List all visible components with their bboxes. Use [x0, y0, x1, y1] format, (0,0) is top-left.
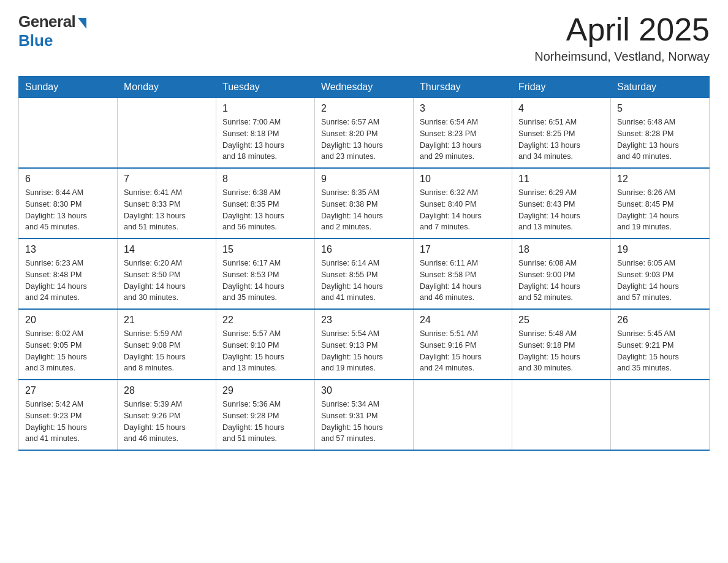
- calendar-header-row: SundayMondayTuesdayWednesdayThursdayFrid…: [19, 77, 710, 98]
- day-number: 30: [321, 385, 407, 396]
- calendar-week-row: 27Sunrise: 5:42 AM Sunset: 9:23 PM Dayli…: [19, 380, 710, 450]
- calendar-header-friday: Friday: [512, 77, 611, 98]
- calendar-cell: 27Sunrise: 5:42 AM Sunset: 9:23 PM Dayli…: [19, 380, 118, 450]
- day-number: 4: [518, 103, 604, 114]
- day-info: Sunrise: 5:59 AM Sunset: 9:08 PM Dayligh…: [124, 328, 210, 374]
- day-info: Sunrise: 6:29 AM Sunset: 8:43 PM Dayligh…: [518, 187, 604, 233]
- day-info: Sunrise: 6:11 AM Sunset: 8:58 PM Dayligh…: [420, 258, 506, 304]
- logo-arrow-icon: [78, 18, 86, 29]
- day-info: Sunrise: 6:32 AM Sunset: 8:40 PM Dayligh…: [420, 187, 506, 233]
- day-number: 7: [124, 174, 210, 185]
- calendar-cell: 23Sunrise: 5:54 AM Sunset: 9:13 PM Dayli…: [315, 309, 414, 380]
- calendar-cell: 15Sunrise: 6:17 AM Sunset: 8:53 PM Dayli…: [216, 239, 315, 309]
- calendar-cell: 9Sunrise: 6:35 AM Sunset: 8:38 PM Daylig…: [315, 168, 414, 239]
- logo-general-text: General: [18, 12, 75, 31]
- calendar-cell: 20Sunrise: 6:02 AM Sunset: 9:05 PM Dayli…: [19, 309, 118, 380]
- calendar-week-row: 20Sunrise: 6:02 AM Sunset: 9:05 PM Dayli…: [19, 309, 710, 380]
- calendar-cell: 24Sunrise: 5:51 AM Sunset: 9:16 PM Dayli…: [414, 309, 512, 380]
- day-info: Sunrise: 6:54 AM Sunset: 8:23 PM Dayligh…: [420, 117, 506, 163]
- calendar-week-row: 13Sunrise: 6:23 AM Sunset: 8:48 PM Dayli…: [19, 239, 710, 309]
- calendar-table: SundayMondayTuesdayWednesdayThursdayFrid…: [18, 76, 710, 451]
- day-info: Sunrise: 6:44 AM Sunset: 8:30 PM Dayligh…: [25, 187, 111, 233]
- calendar-cell: 28Sunrise: 5:39 AM Sunset: 9:26 PM Dayli…: [118, 380, 216, 450]
- page-header: General Blue April 2025 Norheimsund, Ves…: [18, 12, 710, 64]
- day-info: Sunrise: 6:05 AM Sunset: 9:03 PM Dayligh…: [617, 258, 703, 304]
- month-title: April 2025: [534, 12, 710, 47]
- day-info: Sunrise: 5:34 AM Sunset: 9:31 PM Dayligh…: [321, 399, 407, 445]
- day-number: 24: [420, 315, 506, 326]
- calendar-cell: 5Sunrise: 6:48 AM Sunset: 8:28 PM Daylig…: [611, 98, 710, 169]
- day-number: 5: [617, 103, 703, 114]
- day-info: Sunrise: 5:39 AM Sunset: 9:26 PM Dayligh…: [124, 399, 210, 445]
- calendar-cell: [118, 98, 216, 169]
- day-info: Sunrise: 6:02 AM Sunset: 9:05 PM Dayligh…: [25, 328, 111, 374]
- calendar-cell: 3Sunrise: 6:54 AM Sunset: 8:23 PM Daylig…: [414, 98, 512, 169]
- calendar-cell: 11Sunrise: 6:29 AM Sunset: 8:43 PM Dayli…: [512, 168, 611, 239]
- day-number: 23: [321, 315, 407, 326]
- day-number: 22: [222, 315, 308, 326]
- day-info: Sunrise: 6:14 AM Sunset: 8:55 PM Dayligh…: [321, 258, 407, 304]
- day-info: Sunrise: 6:57 AM Sunset: 8:20 PM Dayligh…: [321, 117, 407, 163]
- calendar-header-tuesday: Tuesday: [216, 77, 315, 98]
- calendar-cell: 1Sunrise: 7:00 AM Sunset: 8:18 PM Daylig…: [216, 98, 315, 169]
- calendar-cell: [414, 380, 512, 450]
- calendar-cell: [611, 380, 710, 450]
- day-number: 8: [222, 174, 308, 185]
- calendar-cell: 16Sunrise: 6:14 AM Sunset: 8:55 PM Dayli…: [315, 239, 414, 309]
- day-info: Sunrise: 5:48 AM Sunset: 9:18 PM Dayligh…: [518, 328, 604, 374]
- day-info: Sunrise: 6:20 AM Sunset: 8:50 PM Dayligh…: [124, 258, 210, 304]
- calendar-cell: 6Sunrise: 6:44 AM Sunset: 8:30 PM Daylig…: [19, 168, 118, 239]
- calendar-cell: 8Sunrise: 6:38 AM Sunset: 8:35 PM Daylig…: [216, 168, 315, 239]
- calendar-cell: 12Sunrise: 6:26 AM Sunset: 8:45 PM Dayli…: [611, 168, 710, 239]
- day-info: Sunrise: 5:45 AM Sunset: 9:21 PM Dayligh…: [617, 328, 703, 374]
- day-info: Sunrise: 6:35 AM Sunset: 8:38 PM Dayligh…: [321, 187, 407, 233]
- day-number: 19: [617, 244, 703, 255]
- calendar-cell: 25Sunrise: 5:48 AM Sunset: 9:18 PM Dayli…: [512, 309, 611, 380]
- day-info: Sunrise: 6:08 AM Sunset: 9:00 PM Dayligh…: [518, 258, 604, 304]
- calendar-cell: 29Sunrise: 5:36 AM Sunset: 9:28 PM Dayli…: [216, 380, 315, 450]
- day-info: Sunrise: 6:26 AM Sunset: 8:45 PM Dayligh…: [617, 187, 703, 233]
- day-number: 20: [25, 315, 111, 326]
- day-number: 26: [617, 315, 703, 326]
- day-number: 27: [25, 385, 111, 396]
- day-info: Sunrise: 6:23 AM Sunset: 8:48 PM Dayligh…: [25, 258, 111, 304]
- calendar-cell: 17Sunrise: 6:11 AM Sunset: 8:58 PM Dayli…: [414, 239, 512, 309]
- day-info: Sunrise: 5:54 AM Sunset: 9:13 PM Dayligh…: [321, 328, 407, 374]
- calendar-week-row: 1Sunrise: 7:00 AM Sunset: 8:18 PM Daylig…: [19, 98, 710, 169]
- calendar-cell: 18Sunrise: 6:08 AM Sunset: 9:00 PM Dayli…: [512, 239, 611, 309]
- day-info: Sunrise: 5:57 AM Sunset: 9:10 PM Dayligh…: [222, 328, 308, 374]
- calendar-header-monday: Monday: [118, 77, 216, 98]
- calendar-cell: [19, 98, 118, 169]
- day-info: Sunrise: 6:38 AM Sunset: 8:35 PM Dayligh…: [222, 187, 308, 233]
- day-number: 28: [124, 385, 210, 396]
- day-number: 12: [617, 174, 703, 185]
- day-info: Sunrise: 5:42 AM Sunset: 9:23 PM Dayligh…: [25, 399, 111, 445]
- day-number: 17: [420, 244, 506, 255]
- location-subtitle: Norheimsund, Vestland, Norway: [534, 50, 710, 64]
- day-info: Sunrise: 5:36 AM Sunset: 9:28 PM Dayligh…: [222, 399, 308, 445]
- day-number: 18: [518, 244, 604, 255]
- day-info: Sunrise: 6:51 AM Sunset: 8:25 PM Dayligh…: [518, 117, 604, 163]
- day-number: 11: [518, 174, 604, 185]
- day-number: 14: [124, 244, 210, 255]
- day-number: 29: [222, 385, 308, 396]
- day-number: 15: [222, 244, 308, 255]
- calendar-cell: 4Sunrise: 6:51 AM Sunset: 8:25 PM Daylig…: [512, 98, 611, 169]
- day-number: 2: [321, 103, 407, 114]
- calendar-cell: 7Sunrise: 6:41 AM Sunset: 8:33 PM Daylig…: [118, 168, 216, 239]
- day-number: 25: [518, 315, 604, 326]
- calendar-cell: 2Sunrise: 6:57 AM Sunset: 8:20 PM Daylig…: [315, 98, 414, 169]
- calendar-cell: 13Sunrise: 6:23 AM Sunset: 8:48 PM Dayli…: [19, 239, 118, 309]
- calendar-header-saturday: Saturday: [611, 77, 710, 98]
- calendar-week-row: 6Sunrise: 6:44 AM Sunset: 8:30 PM Daylig…: [19, 168, 710, 239]
- day-info: Sunrise: 6:17 AM Sunset: 8:53 PM Dayligh…: [222, 258, 308, 304]
- calendar-cell: 21Sunrise: 5:59 AM Sunset: 9:08 PM Dayli…: [118, 309, 216, 380]
- calendar-header-sunday: Sunday: [19, 77, 118, 98]
- day-number: 13: [25, 244, 111, 255]
- calendar-header-thursday: Thursday: [414, 77, 512, 98]
- calendar-header-wednesday: Wednesday: [315, 77, 414, 98]
- calendar-cell: [512, 380, 611, 450]
- calendar-cell: 14Sunrise: 6:20 AM Sunset: 8:50 PM Dayli…: [118, 239, 216, 309]
- day-number: 6: [25, 174, 111, 185]
- day-number: 3: [420, 103, 506, 114]
